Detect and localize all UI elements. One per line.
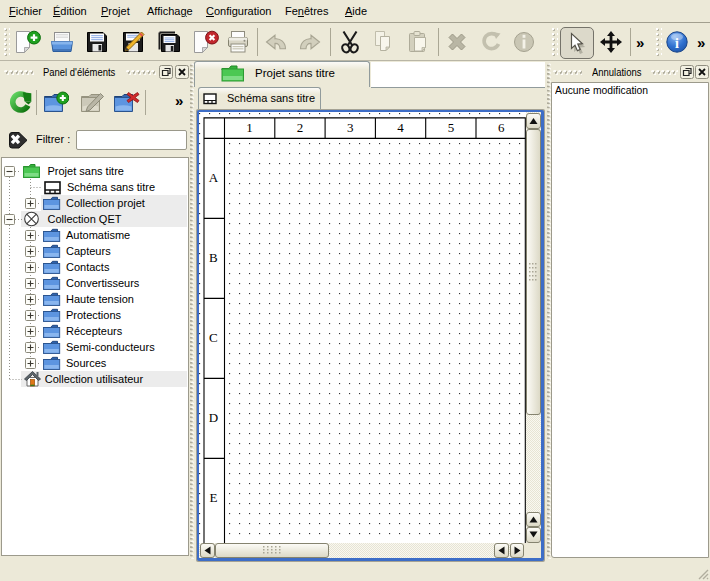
svg-text:6: 6 [498,120,505,135]
svg-text:A: A [209,170,219,185]
svg-text:C: C [209,330,218,345]
svg-text:E: E [209,490,217,505]
svg-text:4: 4 [397,120,404,135]
svg-text:5: 5 [448,120,455,135]
svg-text:i: i [675,36,679,51]
svg-text:D: D [209,410,218,425]
svg-text:2: 2 [297,120,304,135]
svg-text:1: 1 [246,120,253,135]
svg-text:3: 3 [347,120,354,135]
svg-text:B: B [209,250,218,265]
